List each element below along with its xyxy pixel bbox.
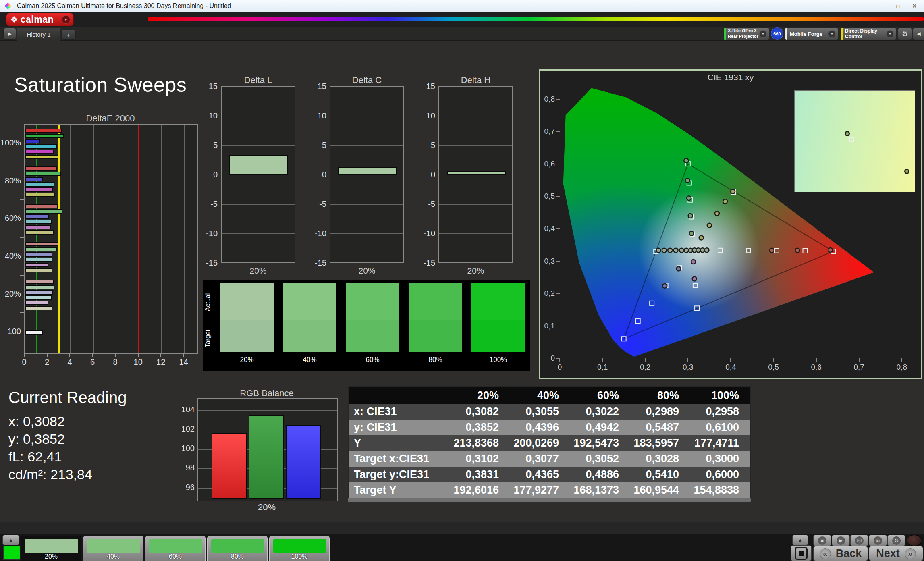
deltae-x-tick-label: 12 — [153, 357, 169, 367]
cie-measured-point — [688, 214, 693, 218]
table-cell: 0,3000 — [689, 453, 750, 465]
table-row-label: Target x:CIE31 — [349, 453, 449, 465]
add-tab-button[interactable]: + — [61, 30, 76, 40]
rgb-balance-title: RGB Balance — [197, 388, 336, 399]
gear-icon: ⚙ — [902, 30, 908, 38]
swatch-label: 40% — [283, 356, 336, 364]
grid-line — [222, 145, 295, 146]
page-title: Saturation Sweeps — [14, 73, 187, 97]
settings-button[interactable]: ⚙ — [898, 27, 912, 40]
deltae-bar — [25, 280, 54, 284]
continuous-read-button[interactable]: ∞ — [869, 535, 887, 546]
actual-row-label: Actual — [204, 288, 212, 316]
cie-measured-point — [656, 248, 661, 253]
table-cell: 168,1373 — [569, 484, 629, 497]
calman-menu-button[interactable]: ❖ calman ▼ — [6, 13, 74, 26]
patch-tile-80%[interactable]: 80% — [207, 536, 268, 561]
deltae-chart — [24, 124, 198, 354]
axis-tick — [556, 261, 560, 262]
meter-dropdown[interactable]: X-Rite i1Pro 3 Rear Projector ▼ — [723, 27, 769, 40]
delta-y-tick-label: 0 — [197, 170, 218, 179]
rgb-y-tick-label: 96 — [174, 483, 195, 492]
grid-line — [439, 204, 512, 205]
deltae-bar — [25, 306, 52, 310]
title-bar: Calman 2025 Calman Ultimate for Business… — [0, 0, 924, 12]
next-button[interactable]: Next » — [869, 546, 923, 561]
minimize-button[interactable]: — — [874, 0, 890, 12]
cie-measured-point — [700, 248, 705, 252]
rgb-y-tick-label: 104 — [174, 405, 195, 414]
axis-tick — [645, 358, 646, 362]
axis-tick — [556, 164, 560, 164]
patch-tile-20%[interactable]: 20% — [21, 536, 81, 561]
delta-chart-title: Delta C — [330, 75, 404, 85]
table-cell: 0,5487 — [629, 421, 689, 434]
table-scrollbar[interactable] — [348, 498, 751, 502]
deltae-x-tick-label: 2 — [39, 357, 55, 367]
table-header-cell: 40% — [509, 389, 569, 402]
patch-window-button[interactable] — [791, 545, 812, 561]
cie-zoom-inset — [794, 90, 915, 192]
deltae-x-tick-label: 10 — [130, 357, 146, 367]
cie-measured-point — [707, 223, 712, 228]
axis-tick — [602, 358, 603, 362]
cie-y-tick-label: 0,5 — [539, 192, 555, 201]
cie-x-tick-label: 0,8 — [892, 363, 912, 372]
table-row: Y213,8368200,0269192,5473183,5957177,471… — [349, 435, 750, 451]
tab-history-1[interactable]: History 1 — [17, 28, 60, 41]
tab-bar: ▶ History 1 + X-Rite i1Pro 3 Rear Projec… — [0, 27, 924, 41]
deltae-bar — [25, 285, 54, 289]
maximize-button[interactable]: □ — [890, 0, 906, 12]
collapse-panel-button[interactable]: ◀ — [913, 27, 924, 40]
patch-tile-label: 100% — [270, 553, 329, 560]
back-button[interactable]: « Back — [813, 546, 868, 561]
deltae-bar — [25, 242, 58, 246]
cie-y-tick-label: 0,7 — [539, 127, 555, 136]
current-reading-line: y: 0,3852 — [8, 431, 65, 447]
axis-tick — [20, 162, 24, 162]
patch-tile-60%[interactable]: 60% — [145, 536, 206, 561]
deltae-group-label: 60% — [0, 214, 21, 223]
current-patch-swatch — [3, 546, 20, 560]
grid-line — [198, 410, 337, 411]
logo-row: ❖ calman ▼ — [0, 12, 924, 27]
controls-up-button[interactable]: ▲ — [792, 535, 808, 545]
history-expand-button[interactable]: ▶ — [3, 28, 16, 40]
rgb-y-tick-label: 98 — [174, 463, 195, 472]
rgb-y-tick-label: 100 — [174, 444, 195, 453]
cie-measured-point — [674, 248, 678, 253]
source-dropdown[interactable]: Mobile Forge ▼ — [785, 27, 838, 40]
patch-tile-40%[interactable]: 40% — [83, 536, 143, 561]
table-row-label: Y — [349, 437, 449, 449]
axis-tick — [556, 326, 560, 326]
deltae-good-reference-line — [36, 125, 37, 353]
display-control-dropdown[interactable]: Direct Display Control ▼ — [840, 27, 896, 40]
axis-tick — [92, 353, 93, 357]
grid-line — [330, 233, 403, 234]
stop-button[interactable]: ■ — [813, 535, 831, 546]
patch-tile-swatch — [273, 539, 326, 553]
meter-mode: Rear Projector — [728, 34, 758, 39]
table-row: y: CIE310,38520,43960,49420,54870,6100 — [349, 420, 750, 435]
series-brackets-icon: [··] — [855, 536, 864, 545]
delta-y-tick-label: -15 — [415, 258, 435, 268]
patch-tile-100%[interactable]: 100% — [269, 536, 330, 561]
play-button[interactable]: ▶ — [832, 535, 850, 546]
close-button[interactable]: × — [906, 0, 922, 12]
cie-inset-point — [904, 169, 909, 174]
swatch-label: 20% — [220, 356, 274, 364]
current-reading-line: fL: 62,41 — [8, 449, 62, 465]
table-header-cell: 80% — [629, 389, 689, 402]
deltae-group-label: 80% — [0, 176, 21, 185]
patch-tile-swatch — [211, 539, 264, 553]
table-cell: 0,4886 — [569, 468, 629, 481]
delta-y-tick-label: 5 — [306, 141, 326, 150]
cie-measured-point — [795, 248, 799, 253]
patch-list-up-button[interactable]: ▲ — [2, 535, 19, 545]
grid-line — [330, 116, 403, 116]
read-series-button[interactable]: [··] — [850, 535, 868, 546]
table-cell: 0,4365 — [509, 468, 569, 481]
refresh-button[interactable]: ↻ — [887, 535, 905, 546]
patch-window-icon — [795, 547, 808, 560]
target-swatch — [283, 320, 336, 352]
